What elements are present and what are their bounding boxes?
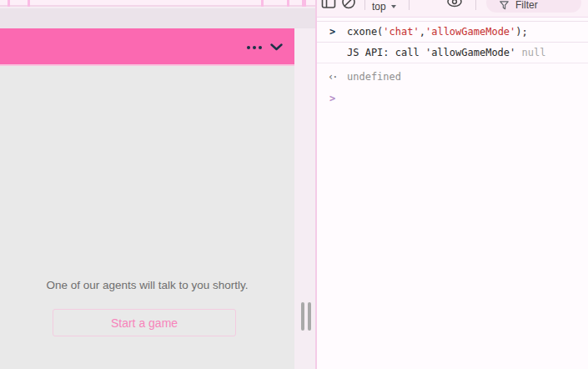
filter-placeholder: Filter xyxy=(515,0,538,10)
start-game-button[interactable]: Start a game xyxy=(53,309,236,336)
console-command-row: > cxone('chat','allowGameMode'); xyxy=(317,21,588,43)
console-log-null: null xyxy=(515,47,545,58)
chat-widget: One of our agents will talk to you short… xyxy=(0,28,294,369)
console-sidebar-icon[interactable] xyxy=(321,0,336,10)
screen: One of our agents will talk to you short… xyxy=(0,0,588,369)
toolbar-separator xyxy=(409,0,410,10)
browser-tabstrip xyxy=(0,0,315,7)
clear-console-icon[interactable] xyxy=(341,0,356,10)
console-result-value: undefined xyxy=(347,71,401,83)
tabstrip-tick xyxy=(28,0,30,7)
console-log-row: JS API: call 'allowGameMode' null xyxy=(317,43,588,63)
console-toolbar: top Filter xyxy=(317,0,588,18)
console-log-text: JS API: call 'allowGameMode' xyxy=(347,47,515,58)
console-output: > cxone('chat','allowGameMode'); JS API:… xyxy=(317,18,588,97)
toolbar-separator xyxy=(364,0,365,10)
console-prompt-row[interactable]: > xyxy=(317,88,588,97)
dropdown-caret-icon xyxy=(391,5,396,11)
tabstrip-tick xyxy=(8,0,10,7)
filter-input[interactable]: Filter xyxy=(486,0,581,13)
minimize-chevron-icon[interactable] xyxy=(270,43,283,51)
agent-message: One of our agents will talk to you short… xyxy=(0,279,294,292)
toolbar-separator xyxy=(475,0,476,10)
console-input-chevron-icon: > xyxy=(329,26,335,38)
console-result-row: ‹· undefined xyxy=(317,67,588,87)
javascript-context-dropdown[interactable]: top xyxy=(372,0,396,13)
chat-header xyxy=(0,28,294,66)
resize-grip[interactable] xyxy=(301,302,311,331)
live-expression-eye-icon[interactable] xyxy=(446,0,463,10)
page-background-band xyxy=(0,8,315,28)
context-label: top xyxy=(372,1,386,13)
devtools-panel: top Filter > cxone('chat','allo xyxy=(317,0,588,369)
tabstrip-tick xyxy=(261,0,264,7)
console-command-text: cxone('chat','allowGameMode'); xyxy=(347,26,528,38)
chat-header-icons xyxy=(247,28,283,66)
browser-page: One of our agents will talk to you short… xyxy=(0,0,315,369)
console-return-arrow-icon: ‹· xyxy=(328,71,336,83)
tabstrip-tick xyxy=(287,0,289,7)
tabstrip-tick xyxy=(302,0,306,7)
more-options-icon[interactable] xyxy=(247,46,262,49)
filter-funnel-icon xyxy=(500,1,509,10)
console-prompt-chevron-icon: > xyxy=(329,93,335,104)
